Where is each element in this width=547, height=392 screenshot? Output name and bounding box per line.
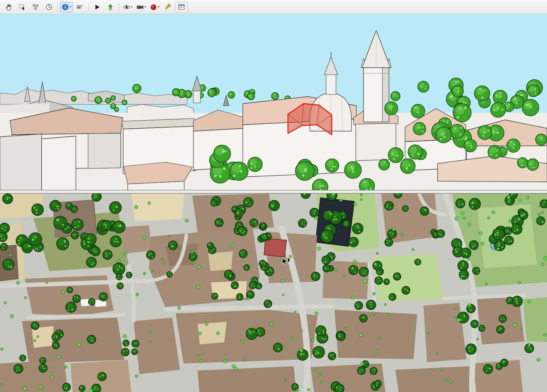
tree (92, 194, 101, 201)
arrow-up-icon (107, 3, 114, 11)
small-tree-dot (311, 338, 314, 341)
tree (123, 340, 129, 346)
wrench-icon (164, 3, 172, 11)
tree (384, 279, 390, 285)
small-tree-dot (521, 328, 523, 330)
scene-shape (395, 366, 473, 392)
small-tree-dot (314, 368, 317, 371)
small-tree-dot (289, 255, 291, 258)
tree (402, 206, 408, 212)
tree (86, 257, 97, 268)
small-tree-dot (528, 343, 530, 345)
small-tree-dot (461, 212, 464, 215)
tree (497, 326, 504, 333)
export-button[interactable] (104, 2, 117, 12)
scene-3d-canvas[interactable] (0, 14, 547, 190)
tree (527, 85, 539, 97)
tree (146, 251, 155, 259)
camera-menu-button[interactable]: ▾ (135, 2, 148, 12)
small-tree-dot (135, 375, 138, 378)
viewport-splitter[interactable] (0, 190, 547, 193)
small-tree-dot (61, 290, 65, 293)
tree (360, 314, 367, 322)
tree (323, 210, 334, 221)
scene-shape (523, 297, 547, 342)
small-tree-dot (24, 296, 26, 299)
small-tree-dot (468, 304, 471, 307)
small-tree-dot (230, 243, 234, 246)
small-tree-dot (197, 285, 200, 289)
tree (132, 349, 138, 355)
tree (116, 274, 122, 280)
small-tree-dot (1, 348, 3, 350)
render-mode-menu-button[interactable]: ▾ (148, 2, 161, 12)
tree (388, 148, 403, 163)
small-tree-dot (345, 327, 348, 330)
tree (323, 265, 330, 272)
dropdown-caret-icon: ▾ (144, 6, 146, 8)
tree (271, 93, 278, 100)
camera-icon (136, 3, 144, 11)
small-tree-dot (281, 280, 284, 283)
small-tree-dot (401, 233, 403, 235)
small-tree-dot (361, 362, 364, 365)
tree (168, 241, 177, 250)
node-select-tool[interactable] (29, 2, 42, 12)
small-tree-dot (319, 373, 321, 375)
tree (113, 221, 125, 233)
tree (211, 200, 217, 206)
tree (234, 208, 243, 217)
measure-tool[interactable] (73, 2, 86, 12)
tree (359, 267, 369, 277)
small-tree-dot (65, 388, 67, 390)
tree (73, 295, 80, 302)
pan-tool[interactable] (2, 2, 15, 12)
tree (385, 238, 393, 246)
map-2d-canvas[interactable] (0, 194, 547, 392)
marquee-select-tool[interactable] (16, 2, 29, 12)
tree (450, 124, 464, 139)
tree (366, 300, 376, 310)
tree (72, 219, 83, 230)
nodes-icon (32, 3, 40, 11)
tree (52, 342, 59, 349)
tree (473, 267, 480, 275)
scene-shape (326, 74, 336, 94)
small-tree-dot (468, 223, 471, 226)
tree (504, 227, 512, 235)
tree (274, 343, 282, 352)
tree (471, 320, 479, 328)
scene-shape (198, 322, 227, 344)
scene-shape (423, 303, 467, 362)
viewport-3d-scene[interactable] (0, 14, 547, 190)
selected-building-2d[interactable] (264, 239, 287, 257)
small-tree-dot (136, 293, 139, 296)
scene-shape (208, 251, 233, 271)
visibility-menu-button[interactable]: ▾ (121, 2, 134, 12)
tree (113, 263, 125, 275)
tree (295, 161, 314, 180)
small-tree-dot (455, 308, 458, 310)
small-tree-dot (57, 355, 60, 359)
tree (408, 145, 422, 159)
small-tree-dot (10, 314, 14, 318)
small-tree-dot (0, 384, 2, 386)
dropdown-caret-icon: ▾ (131, 6, 132, 8)
tree (71, 96, 76, 101)
small-tree-dot (518, 199, 521, 202)
tree (264, 300, 272, 308)
tree (189, 252, 197, 261)
small-tree-dot (528, 300, 530, 303)
tools-button[interactable] (162, 2, 174, 12)
dashboard-button[interactable] (175, 2, 188, 12)
small-tree-dot (143, 236, 146, 239)
viewport-2d-map[interactable] (0, 193, 547, 392)
identify-tool[interactable]: ▾ (60, 2, 73, 12)
small-tree-dot (521, 214, 523, 217)
small-tree-dot (526, 196, 529, 199)
play-button[interactable] (91, 2, 103, 12)
tree (496, 363, 503, 370)
small-tree-dot (374, 263, 377, 265)
tree (32, 204, 43, 215)
time-tool[interactable] (43, 2, 55, 12)
